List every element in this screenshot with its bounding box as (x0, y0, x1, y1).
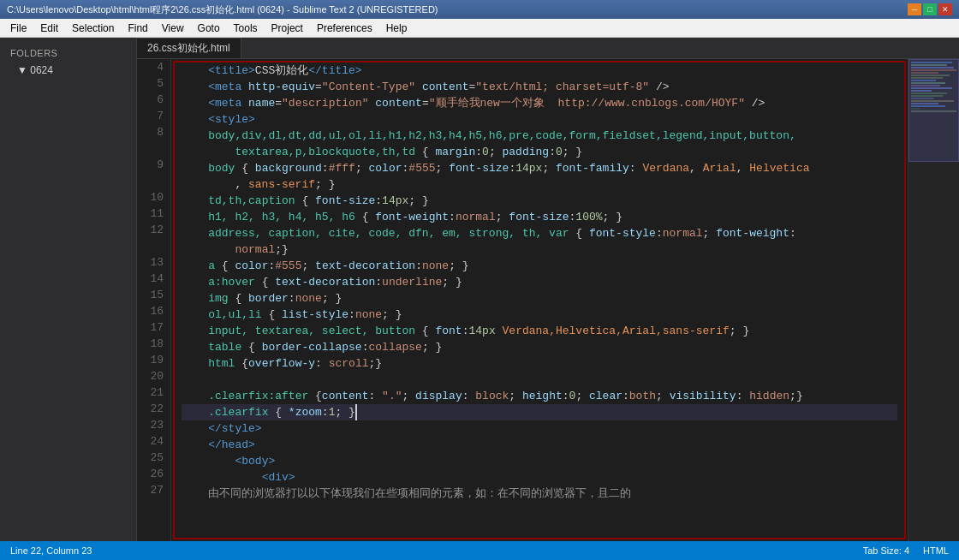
code-line-17: input, textarea, select, button { font:1… (182, 323, 897, 339)
code-container: 4 5 6 7 8 9 10 11 12 13 14 15 16 17 18 1… (137, 59, 959, 541)
code-line-9: body { background:#fff; color:#555; font… (182, 160, 897, 176)
code-line-8b: textarea,p,blockquote,th,td { margin:0; … (182, 144, 897, 160)
code-line-12: address, caption, cite, code, dfn, em, s… (182, 225, 897, 241)
menu-bar: FileEditSelectionFindViewGotoToolsProjec… (0, 19, 959, 38)
code-line-12b: normal;} (182, 241, 897, 258)
ln-9b (140, 173, 164, 189)
menu-item-edit[interactable]: Edit (33, 19, 65, 37)
menu-item-file[interactable]: File (3, 19, 33, 37)
code-line-19: html {overflow-y: scroll;} (182, 355, 897, 372)
ln-9: 9 (140, 157, 164, 173)
editor-area: 26.css初始化.html 4 5 6 7 8 9 10 11 12 13 1… (137, 38, 959, 541)
ln-27: 27 (140, 482, 164, 498)
code-line-11: h1, h2, h3, h4, h5, h6 { font-weight:nor… (182, 209, 897, 225)
code-line-23: </style> (182, 420, 897, 437)
code-line-13: a { color:#555; text-decoration:none; } (182, 258, 897, 274)
code-line-5: <meta http-equiv="Content-Type" content=… (182, 79, 897, 95)
ln-23: 23 (140, 417, 164, 433)
code-line-22: .clearfix { *zoom:1; } (182, 404, 897, 420)
code-line-24: </head> (182, 437, 897, 453)
ln-8b (140, 140, 164, 157)
code-line-6: <meta name="description" content="顺手给我ne… (182, 95, 897, 111)
menu-item-preferences[interactable]: Preferences (310, 19, 379, 37)
code-line-9b: , sans-serif; } (182, 176, 897, 193)
code-content[interactable]: <title>CSS初始化</title> <meta http-equiv="… (173, 61, 906, 539)
tab-bar: 26.css初始化.html (137, 38, 959, 59)
ln-22: 22 (140, 401, 164, 417)
menu-item-tools[interactable]: Tools (227, 19, 265, 37)
ln-5: 5 (140, 75, 164, 92)
ln-26: 26 (140, 466, 164, 482)
line-numbers: 4 5 6 7 8 9 10 11 12 13 14 15 16 17 18 1… (137, 59, 171, 541)
minimize-button[interactable]: ─ (908, 3, 921, 15)
title-bar: C:\Users\lenovo\Desktop\html\html程序2\26.… (0, 0, 959, 19)
ln-19: 19 (140, 352, 164, 368)
maximize-button[interactable]: □ (923, 3, 937, 15)
ln-10: 10 (140, 189, 164, 206)
sidebar-item-0624[interactable]: ▼ 0624 (0, 62, 136, 79)
ln-18: 18 (140, 336, 164, 352)
ln-6: 6 (140, 92, 164, 108)
ln-13: 13 (140, 254, 164, 271)
status-left: Line 22, Column 23 (10, 545, 92, 556)
ln-25: 25 (140, 450, 164, 466)
code-line-8: body,div,dl,dt,dd,ul,ol,li,h1,h2,h3,h4,h… (182, 128, 897, 144)
code-line-15: img { border:none; } (182, 290, 897, 307)
code-line-21: .clearfix:after {content: "."; display: … (182, 388, 897, 404)
status-bar: Line 22, Column 23 Tab Size: 4 HTML (0, 541, 959, 560)
ln-17: 17 (140, 319, 164, 336)
code-line-27: 由不同的浏览器打以以下体现我们在些项相同的元素，如：在不同的浏览器下，且二的 (182, 486, 897, 502)
ln-4: 4 (140, 59, 164, 75)
language: HTML (923, 545, 949, 556)
close-button[interactable]: ✕ (938, 3, 952, 15)
menu-item-selection[interactable]: Selection (65, 19, 121, 37)
ln-14: 14 (140, 271, 164, 287)
folder-arrow: ▼ 0624 (17, 64, 53, 76)
ln-7: 7 (140, 108, 164, 124)
ln-16: 16 (140, 303, 164, 319)
ln-12: 12 (140, 222, 164, 238)
ln-15: 15 (140, 287, 164, 303)
menu-item-goto[interactable]: Goto (191, 19, 227, 37)
editor-tab[interactable]: 26.css初始化.html (137, 38, 241, 58)
code-line-10: td,th,caption { font-size:14px; } (182, 193, 897, 209)
code-line-26: <div> (182, 469, 897, 486)
ln-12b (140, 238, 164, 254)
code-line-20 (182, 372, 897, 388)
menu-item-project[interactable]: Project (265, 19, 310, 37)
window-controls: ─ □ ✕ (908, 3, 952, 15)
ln-24: 24 (140, 433, 164, 450)
ln-20: 20 (140, 368, 164, 384)
code-line-4: <title>CSS初始化</title> (182, 63, 897, 79)
sidebar: FOLDERS ▼ 0624 (0, 38, 137, 541)
cursor-position: Line 22, Column 23 (10, 545, 92, 556)
title-text: C:\Users\lenovo\Desktop\html\html程序2\26.… (7, 3, 438, 16)
status-right: Tab Size: 4 HTML (863, 545, 949, 556)
ln-21: 21 (140, 384, 164, 401)
main-layout: FOLDERS ▼ 0624 26.css初始化.html 4 5 6 7 8 … (0, 38, 959, 541)
ln-11: 11 (140, 206, 164, 222)
menu-item-find[interactable]: Find (121, 19, 154, 37)
minimap (908, 59, 959, 541)
tab-size: Tab Size: 4 (863, 545, 909, 556)
code-line-25: <body> (182, 453, 897, 469)
menu-item-help[interactable]: Help (379, 19, 414, 37)
menu-item-view[interactable]: View (155, 19, 191, 37)
code-line-7: <style> (182, 111, 897, 128)
folders-label: FOLDERS (0, 45, 136, 62)
code-line-16: ol,ul,li { list-style:none; } (182, 307, 897, 323)
code-line-14: a:hover { text-decoration:underline; } (182, 274, 897, 290)
ln-8: 8 (140, 124, 164, 140)
code-line-18: table { border-collapse:collapse; } (182, 339, 897, 355)
